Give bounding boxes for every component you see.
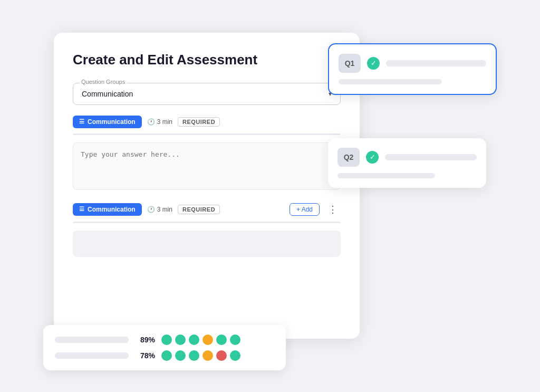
q2-label-row: Q2 ✓ [338,148,477,167]
dot-2-1 [161,350,172,361]
question-groups-dropdown[interactable]: Communication ▾ [73,83,341,105]
dots-row-2 [161,350,240,361]
q1-time-label: 3 min [157,118,172,126]
q2-tag-button[interactable]: ☰ Communication [73,203,142,216]
dots-row-1 [161,334,240,345]
score-row-1: 89% [55,334,274,345]
dot-1-6 [230,334,240,345]
q1-time-badge: 🕐 3 min [147,118,172,126]
dot-1-1 [161,334,172,345]
score-card: 89% 78% [43,325,286,370]
dot-2-5 [216,350,227,361]
q1-preview-card: Q1 ✓ [328,43,497,95]
score-row-2: 78% [55,350,274,361]
q1-text-placeholder [386,60,486,66]
score-percent-2: 78% [135,351,155,360]
question-1-header: ☰ Communication 🕐 3 min REQUIRED [73,116,341,128]
dot-2-2 [175,350,186,361]
dot-2-4 [202,350,213,361]
q2-tag-label: Communication [88,206,136,213]
q1-tag-label: Communication [88,118,136,126]
question-2-header: ☰ Communication 🕐 3 min REQUIRED + Add ⋮ [73,203,341,216]
dot-1-2 [175,334,186,345]
scene: Create and Edit Assessment Question Grou… [43,17,497,376]
more-options-button[interactable]: ⋮ [325,203,341,216]
list-icon: ☰ [79,118,84,125]
q1-divider [73,133,341,135]
dot-1-3 [189,334,199,345]
q1-label-row: Q1 ✓ [339,54,486,73]
list2-icon: ☰ [79,206,84,213]
q1-check-icon: ✓ [367,57,380,70]
q1-number-badge: Q1 [339,54,361,73]
q2-check-icon: ✓ [366,151,379,164]
score-bar-2 [55,352,129,359]
q2-time-label: 3 min [157,206,172,213]
dot-2-3 [189,350,199,361]
q2-number-badge: Q2 [338,148,360,167]
dot-2-6 [230,350,240,361]
q2-required-badge: REQUIRED [178,205,220,214]
main-card: Create and Edit Assessment Question Grou… [54,33,360,339]
dropdown-value: Communication [82,90,133,98]
q2-subline [338,173,435,178]
add-button[interactable]: + Add [290,203,320,216]
question-groups-field: Question Groups Communication ▾ [73,83,341,105]
q2-content-placeholder [73,231,341,257]
question-1-section: ☰ Communication 🕐 3 min REQUIRED [73,116,341,192]
score-bar-1 [55,337,129,343]
dot-1-5 [216,334,227,345]
q2-preview-card: Q2 ✓ [328,138,486,188]
q1-tag-button[interactable]: ☰ Communication [73,116,142,128]
q2-time-badge: 🕐 3 min [147,206,172,213]
answer-textarea[interactable] [73,142,341,190]
q1-subline [339,79,442,84]
clock2-icon: 🕐 [147,206,155,213]
dot-1-4 [202,334,213,345]
page-title: Create and Edit Assessment [73,52,341,68]
q2-text-placeholder [385,154,477,160]
q2-divider [73,222,341,223]
score-percent-1: 89% [135,336,155,344]
q1-required-badge: REQUIRED [178,117,220,127]
question-2-section: ☰ Communication 🕐 3 min REQUIRED + Add ⋮ [73,203,341,257]
clock-icon: 🕐 [147,118,155,126]
dropdown-label: Question Groups [79,79,127,85]
